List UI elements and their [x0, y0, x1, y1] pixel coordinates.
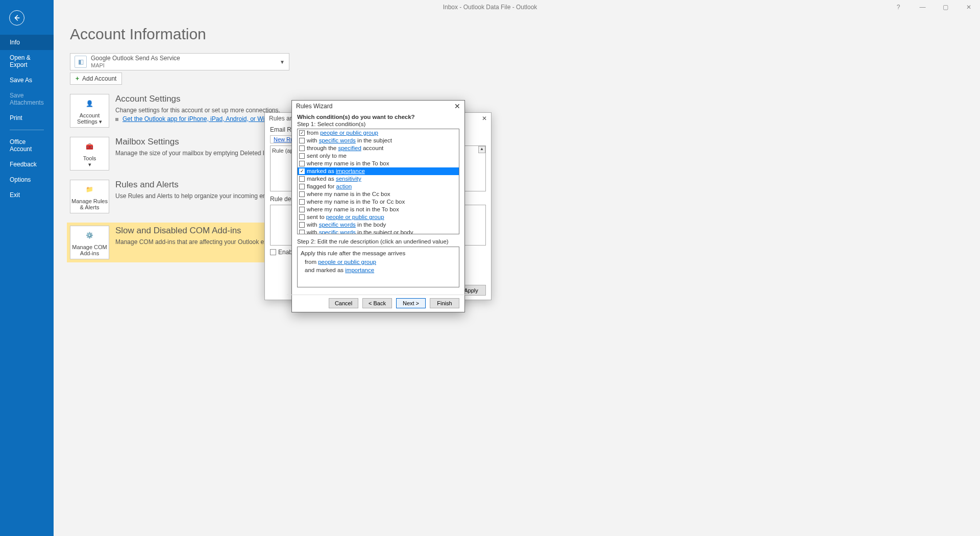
condition-row[interactable]: where my name is in the To or Cc box — [298, 198, 459, 206]
condition-text: with specific words in the subject — [307, 137, 392, 144]
condition-value-link[interactable]: action — [336, 183, 352, 189]
condition-value-link[interactable]: people or public group — [320, 130, 378, 136]
condition-row[interactable]: where my name is in the To box — [298, 160, 459, 167]
condition-text: through the specified account — [307, 144, 383, 152]
condition-value-link[interactable]: specific words — [319, 222, 356, 228]
nav-save-attachments: Save Attachments — [0, 88, 54, 110]
add-account-button[interactable]: + Add Account — [70, 72, 122, 85]
condition-text: with specific words in the subject or bo… — [307, 229, 413, 234]
desc-importance-link[interactable]: importance — [345, 267, 374, 273]
account-settings-button[interactable]: 👤 Account Settings ▾ — [70, 94, 109, 128]
plus-icon: + — [76, 75, 79, 82]
condition-row[interactable]: sent to people or public group — [298, 213, 459, 221]
condition-checkbox[interactable]: ✓ — [299, 130, 305, 136]
maximize-button[interactable]: ▢ — [934, 0, 957, 14]
move-up-button[interactable]: ▲ — [478, 146, 485, 153]
condition-value-link[interactable]: people or public group — [326, 214, 384, 220]
wizard-next-button[interactable]: Next > — [396, 298, 426, 308]
condition-value-link[interactable]: importance — [336, 168, 365, 174]
condition-checkbox[interactable] — [299, 176, 305, 182]
account-icon: ◧ — [75, 56, 87, 68]
manage-rules-button-label: Manage Rules & Alerts — [70, 198, 109, 210]
account-selector[interactable]: ◧ Google Outlook Send As Service MAPI ▼ — [70, 53, 289, 70]
help-button[interactable]: ? — [888, 0, 909, 14]
condition-checkbox[interactable] — [299, 145, 305, 151]
nav-options[interactable]: Options — [0, 172, 54, 187]
condition-checkbox[interactable] — [299, 184, 305, 189]
tools-icon: 🧰 — [83, 140, 96, 153]
condition-value-link[interactable]: specified — [338, 145, 361, 151]
condition-text: marked as sensitivity — [307, 175, 361, 183]
condition-value-link[interactable]: specific words — [319, 137, 356, 143]
account-name: Google Outlook Send As Service — [91, 55, 180, 62]
nav-info[interactable]: Info — [0, 35, 54, 50]
checkbox-icon — [270, 249, 276, 255]
minimize-button[interactable]: — — [911, 0, 934, 14]
manage-com-addins-button-label: Manage COM Add-ins — [70, 244, 109, 256]
nav-office-account[interactable]: Office Account — [0, 134, 54, 157]
condition-text: where my name is in the To box — [307, 160, 389, 167]
condition-value-link[interactable]: specific words — [319, 229, 356, 234]
condition-checkbox[interactable] — [299, 153, 305, 159]
condition-checkbox[interactable] — [299, 138, 305, 143]
tools-button[interactable]: 🧰 Tools▾ — [70, 137, 109, 170]
condition-row[interactable]: where my name is in the Cc box — [298, 190, 459, 198]
addins-icon: ⚙️ — [83, 229, 96, 242]
nav-feedback[interactable]: Feedback — [0, 157, 54, 172]
wizard-step1-label: Step 1: Select condition(s) — [297, 121, 459, 127]
wizard-close-button[interactable]: ✕ — [454, 102, 460, 110]
wizard-cancel-button[interactable]: Cancel — [329, 298, 358, 308]
condition-row[interactable]: through the specified account — [298, 144, 459, 152]
condition-checkbox[interactable] — [299, 222, 305, 228]
condition-row[interactable]: flagged for action — [298, 183, 459, 190]
condition-checkbox[interactable] — [299, 214, 305, 220]
window-title: Inbox - Outlook Data File - Outlook — [443, 4, 537, 11]
condition-text: with specific words in the body — [307, 221, 386, 229]
condition-row[interactable]: where my name is not in the To box — [298, 206, 459, 213]
condition-value-link[interactable]: sensitivity — [336, 176, 361, 182]
condition-checkbox[interactable] — [299, 199, 305, 205]
desc-people-link[interactable]: people or public group — [318, 259, 376, 265]
condition-text: where my name is in the Cc box — [307, 190, 390, 198]
condition-row[interactable]: ✓from people or public group — [298, 129, 459, 137]
condition-checkbox[interactable] — [299, 207, 305, 212]
desc-line2-pre: from — [305, 259, 318, 265]
wizard-finish-button[interactable]: Finish — [430, 298, 459, 308]
condition-checkbox[interactable] — [299, 191, 305, 197]
conditions-list[interactable]: ✓from people or public groupwith specifi… — [297, 129, 459, 234]
add-account-label: Add Account — [82, 75, 116, 82]
rule-description-editor[interactable]: Apply this rule after the message arrive… — [297, 247, 459, 287]
titlebar: Inbox - Outlook Data File - Outlook ? — … — [0, 0, 980, 14]
desc-line-1: Apply this rule after the message arrive… — [301, 249, 456, 258]
nav-open-export[interactable]: Open & Export — [0, 50, 54, 72]
nav-save-as[interactable]: Save As — [0, 72, 54, 88]
condition-row[interactable]: ✓marked as importance — [298, 167, 459, 175]
condition-text: flagged for action — [307, 183, 352, 190]
chevron-down-icon: ▼ — [280, 59, 285, 65]
wizard-title: Rules Wizard — [296, 103, 332, 110]
rules-dialog-close-button[interactable]: ✕ — [482, 115, 487, 122]
condition-checkbox[interactable] — [299, 230, 305, 234]
condition-checkbox[interactable]: ✓ — [299, 168, 305, 174]
close-button[interactable]: ✕ — [957, 0, 980, 14]
page-content: Account Information ◧ Google Outlook Sen… — [54, 14, 980, 536]
wizard-back-button[interactable]: < Back — [362, 298, 392, 308]
account-settings-icon: 👤 — [83, 97, 96, 110]
condition-text: from people or public group — [307, 129, 378, 137]
condition-row[interactable]: with specific words in the subject — [298, 137, 459, 144]
condition-checkbox[interactable] — [299, 161, 305, 166]
back-button[interactable] — [9, 10, 24, 26]
manage-com-addins-button[interactable]: ⚙️ Manage COM Add-ins — [70, 226, 109, 259]
condition-row[interactable]: with specific words in the subject or bo… — [298, 229, 459, 234]
condition-row[interactable]: marked as sensitivity — [298, 175, 459, 183]
tools-button-label: Tools▾ — [83, 155, 96, 167]
desc-line3-pre: and marked as — [305, 267, 345, 273]
nav-print[interactable]: Print — [0, 110, 54, 126]
account-settings-button-label: Account Settings ▾ — [70, 112, 109, 125]
rules-icon: 📁 — [83, 183, 96, 196]
manage-rules-button[interactable]: 📁 Manage Rules & Alerts — [70, 180, 109, 213]
condition-row[interactable]: with specific words in the body — [298, 221, 459, 229]
backstage-sidebar: Info Open & Export Save As Save Attachme… — [0, 0, 54, 536]
nav-exit[interactable]: Exit — [0, 187, 54, 203]
condition-row[interactable]: sent only to me — [298, 152, 459, 160]
